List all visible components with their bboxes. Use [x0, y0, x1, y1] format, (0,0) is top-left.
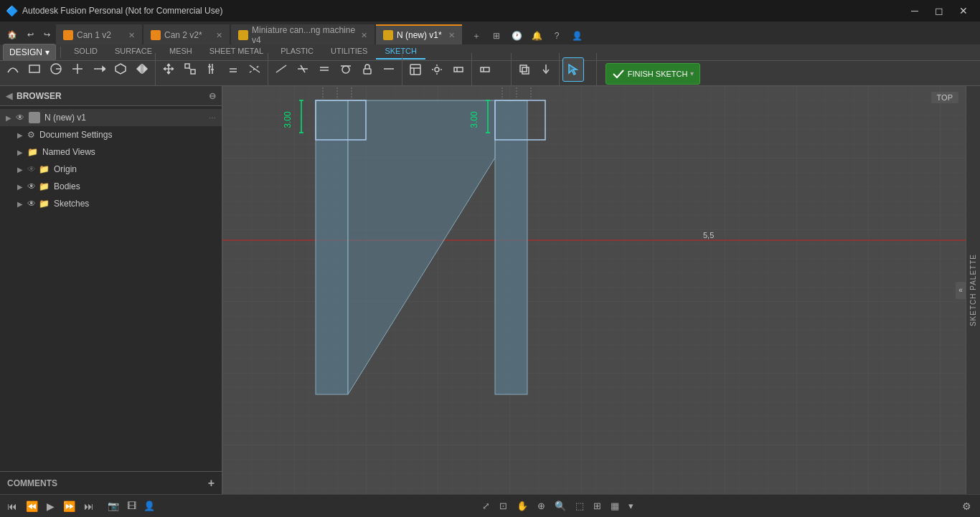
- tab-label-can1: Can 1 v2: [77, 30, 111, 40]
- tool-arc[interactable]: [3, 57, 23, 81]
- bodies-arrow[interactable]: ▶: [17, 183, 24, 191]
- vp-view-tool[interactable]: ⬚: [572, 499, 588, 513]
- root-more[interactable]: ⋯: [209, 114, 216, 122]
- vp-grid-tool[interactable]: ⊞: [590, 499, 605, 513]
- bell-icon[interactable]: 🔔: [528, 27, 545, 44]
- browser-header: ◀ BROWSER ⊖: [0, 86, 222, 106]
- tool-trim[interactable]: [245, 57, 265, 81]
- sketch-palette: SKETCH PALETTE: [966, 86, 980, 494]
- origin-arrow[interactable]: ▶: [17, 166, 24, 174]
- viewport[interactable]: 3.00 3.00 5,5 TOP: [222, 86, 980, 494]
- tool-rect[interactable]: [24, 57, 44, 81]
- playback-play[interactable]: ▶: [44, 499, 57, 513]
- doc-settings-gear: ⚙: [27, 130, 35, 140]
- named-views-arrow[interactable]: ▶: [17, 148, 24, 156]
- tool-point[interactable]: [67, 57, 88, 81]
- svg-marker-9: [137, 65, 141, 72]
- tool-polygon[interactable]: [110, 57, 131, 81]
- redo-button[interactable]: ↪: [39, 24, 55, 44]
- tab-close-nnew[interactable]: ✕: [448, 31, 455, 40]
- tool-circle[interactable]: [46, 57, 66, 81]
- comments-panel: COMMENTS +: [0, 471, 222, 494]
- finish-sketch-label: FINISH SKETCH: [628, 70, 688, 78]
- undo-button[interactable]: ↩: [23, 24, 38, 44]
- tree-item-sketches[interactable]: ▶ 👁 📁 Sketches: [0, 195, 222, 212]
- vp-fit-tool[interactable]: ⊡: [496, 499, 511, 513]
- sketches-visibility[interactable]: 👁: [27, 199, 36, 209]
- viewport-tools: ⤢ ⊡ ✋ ⊕ 🔍 ⬚ ⊞ ▦ ▾: [479, 499, 637, 513]
- tab-close-can2[interactable]: ✕: [216, 31, 222, 40]
- bodies-visibility[interactable]: 👁: [27, 181, 36, 191]
- vp-arrow-tool[interactable]: ▾: [625, 499, 637, 513]
- tab-can2[interactable]: Can 2 v2* ✕: [143, 24, 230, 44]
- tool-scale[interactable]: [180, 57, 200, 81]
- root-visibility[interactable]: 👁: [16, 113, 24, 123]
- clock-icon[interactable]: 🕐: [508, 27, 525, 44]
- vp-pan-tool[interactable]: ✋: [513, 499, 532, 513]
- settings-button[interactable]: ⚙: [958, 499, 976, 513]
- playback-next[interactable]: ⏩: [60, 499, 78, 513]
- vp-display-tool[interactable]: ▦: [607, 499, 623, 513]
- user-icon[interactable]: 👤: [568, 27, 585, 44]
- tab-close-miniature[interactable]: ✕: [361, 31, 367, 40]
- tool-tangent[interactable]: [336, 57, 356, 81]
- comments-add-button[interactable]: +: [208, 477, 215, 490]
- help-icon[interactable]: ?: [548, 27, 565, 44]
- doc-settings-arrow[interactable]: ▶: [17, 131, 24, 139]
- camera-icon[interactable]: 📷: [105, 498, 121, 514]
- sketches-arrow[interactable]: ▶: [17, 200, 24, 208]
- vp-zoom-tool[interactable]: ⊕: [534, 499, 549, 513]
- vp-search-tool[interactable]: 🔍: [551, 499, 570, 513]
- tab-actions: ＋ ⊞ 🕐 🔔 ? 👤: [463, 27, 590, 44]
- tree-item-root[interactable]: ▶ 👁 N (new) v1 ⋯: [0, 109, 222, 126]
- tab-miniature[interactable]: Miniature can...ng machine v4 ✕: [231, 24, 374, 44]
- browser-collapse-arrow[interactable]: ◀: [6, 91, 12, 101]
- playback-start[interactable]: ⏮: [4, 499, 20, 513]
- person-icon[interactable]: 👤: [141, 498, 157, 514]
- add-tab-button[interactable]: ＋: [468, 27, 485, 44]
- tab-close-can1[interactable]: ✕: [128, 31, 135, 40]
- origin-visibility[interactable]: 👁: [27, 164, 36, 174]
- tool-line[interactable]: [89, 57, 109, 81]
- tool-select[interactable]: [562, 57, 584, 82]
- film-icon[interactable]: 🎞: [123, 498, 139, 514]
- tool-equal[interactable]: [314, 57, 334, 81]
- grid-icon[interactable]: ⊞: [488, 27, 505, 44]
- tool-lock[interactable]: [357, 57, 377, 81]
- tool-collinear[interactable]: [293, 57, 313, 81]
- tool-configure1[interactable]: [405, 57, 425, 82]
- tab-label-nnew: N (new) v1*: [397, 30, 442, 40]
- finish-sketch-button[interactable]: FINISH SKETCH ▾: [606, 63, 701, 85]
- tool-coincident[interactable]: [271, 57, 291, 81]
- browser-tree: ▶ 👁 N (new) v1 ⋯ ▶ ⚙ Document Settings ▶…: [0, 106, 222, 471]
- tool-insert2[interactable]: [536, 57, 556, 82]
- tree-item-doc-settings[interactable]: ▶ ⚙ Document Settings: [0, 126, 222, 143]
- tab-icon-can1: [63, 30, 73, 40]
- home-button[interactable]: 🏠: [3, 24, 22, 44]
- titlebar-controls[interactable]: ─ ◻ ✕: [904, 0, 974, 22]
- tree-item-bodies[interactable]: ▶ 👁 📁 Bodies: [0, 178, 222, 195]
- minimize-button[interactable]: ─: [904, 0, 925, 22]
- tab-nnew[interactable]: N (new) v1* ✕: [376, 24, 462, 44]
- tool-horizontal[interactable]: [379, 57, 399, 81]
- root-arrow[interactable]: ▶: [6, 114, 13, 122]
- vp-move-tool[interactable]: ⤢: [479, 499, 494, 513]
- maximize-button[interactable]: ◻: [928, 0, 950, 22]
- tool-cut[interactable]: [202, 57, 222, 81]
- tool-insert1[interactable]: [514, 57, 534, 82]
- tab-can1[interactable]: Can 1 v2 ✕: [56, 24, 142, 44]
- tool-configure3[interactable]: [448, 57, 468, 82]
- palette-toggle-button[interactable]: «: [956, 282, 966, 299]
- tool-inspect1[interactable]: [475, 57, 495, 82]
- tool-offset[interactable]: [223, 57, 243, 81]
- playback-end[interactable]: ⏭: [81, 499, 97, 513]
- tool-mirror[interactable]: [132, 57, 152, 81]
- tool-move[interactable]: [159, 57, 179, 81]
- close-button[interactable]: ✕: [953, 0, 974, 22]
- browser-options[interactable]: ⊖: [209, 91, 216, 101]
- tool-configure2[interactable]: [427, 57, 447, 82]
- tree-item-named-views[interactable]: ▶ 📁 Named Views: [0, 143, 222, 161]
- playback-prev[interactable]: ⏪: [23, 499, 41, 513]
- tree-item-origin[interactable]: ▶ 👁 📁 Origin: [0, 161, 222, 178]
- recording-icons: 📷 🎞 👤: [105, 498, 157, 514]
